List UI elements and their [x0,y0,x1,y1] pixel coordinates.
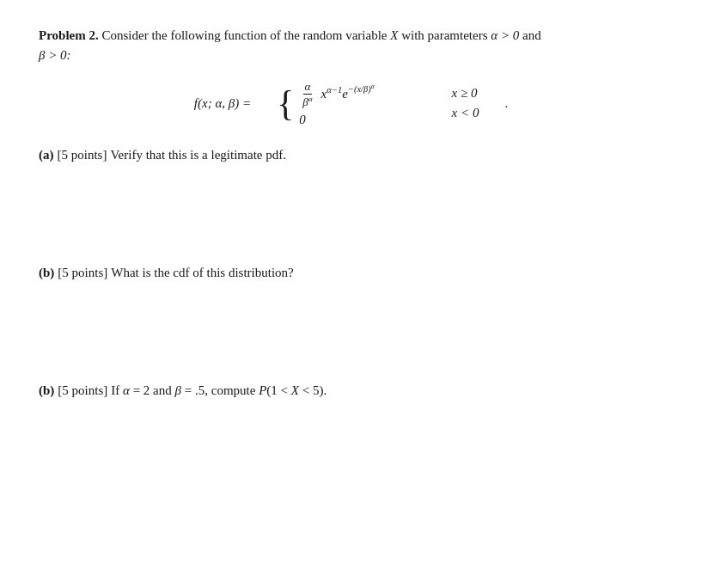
period: . [504,96,508,111]
part-a-label: (a) [39,148,54,162]
cases-wrapper: { α βα xα−1e−(x/β)α 0 [277,80,374,127]
problem-intro: Consider the following function of the r… [101,28,390,42]
part-b-text: (b) [5 points] What is the cdf of this d… [39,266,663,280]
part-a-description: Verify that this is a legitimate pdf. [110,148,286,162]
part-a-text: (a) [5 points] Verify that this is a leg… [39,148,663,162]
case1-expr: xα−1e−(x/β)α [321,83,375,101]
part-b2: (b) [5 points] If α = 2 and β = .5, comp… [39,383,663,398]
problem-bold-label: Problem 2. [39,28,99,42]
part-b-points: [5 points] [58,266,107,280]
problem-header: Problem 2. Consider the following functi… [39,26,663,64]
part-a-points: [5 points] [58,148,107,162]
part-a: (a) [5 points] Verify that this is a leg… [39,148,663,162]
alpha-condition: α > 0 [491,28,519,42]
formula-block: f(x; α, β) = { α βα xα−1e−(x/β)α [39,80,663,127]
formula-lhs: f(x; α, β) = [194,96,251,111]
case1-row: α βα xα−1e−(x/β)α [299,80,374,109]
left-brace: { [277,85,294,121]
case2-condition: x < 0 [452,106,479,120]
and-text-2: and [153,383,172,397]
beta-condition: β > 0: [39,48,71,62]
part-b2-label: (b) [39,383,54,398]
part-b: (b) [5 points] What is the cdf of this d… [39,266,663,280]
case1-fraction: α βα [299,80,315,109]
with-params-text: with paramteters [401,28,491,42]
problem-container: Problem 2. Consider the following functi… [39,26,663,398]
cases-content: α βα xα−1e−(x/β)α 0 [299,80,374,127]
part-b-label: (b) [39,266,54,280]
and-text: and [522,28,541,42]
case2-expr: 0 [299,113,306,127]
case1-condition: x ≥ 0 [452,86,479,101]
part-b2-description: If α = 2 and β = .5, compute P(1 < X < 5… [111,383,327,398]
part-b2-text: (b) [5 points] If α = 2 and β = .5, comp… [39,383,663,398]
part-b-description: What is the cdf of this distribution? [111,266,293,280]
part-b2-points: [5 points] [58,383,107,398]
variable-x: X [390,28,398,42]
case2-row: 0 [299,113,374,127]
conditions-column: x ≥ 0 x < 0 [452,86,479,120]
